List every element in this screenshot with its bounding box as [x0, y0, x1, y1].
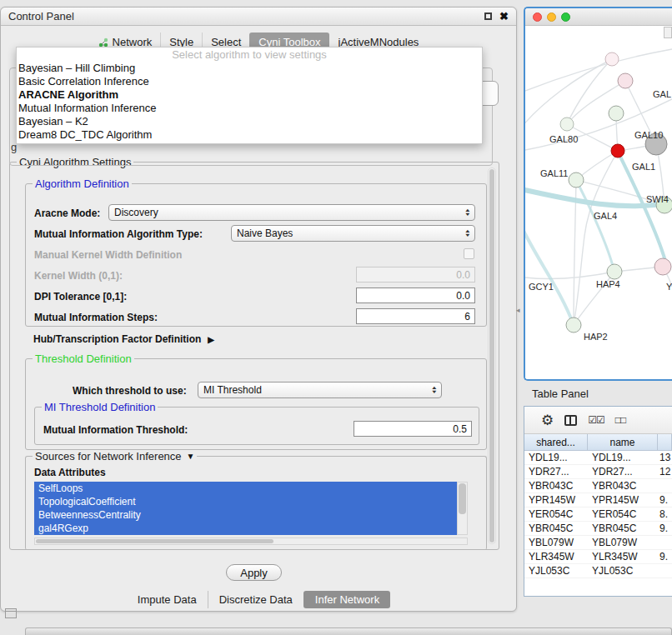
node-label-gal1: GAL1: [632, 162, 655, 172]
algorithm-option[interactable]: Dream8 DC_TDC Algorithm: [17, 128, 482, 142]
apply-button[interactable]: Apply: [226, 564, 282, 581]
tab-impute-data[interactable]: Impute Data: [127, 591, 208, 608]
control-panel-titlebar[interactable]: Control Panel ✖: [1, 8, 516, 26]
node-label-swi4: SWI4: [646, 194, 669, 204]
data-attributes-label: Data Attributes: [34, 467, 106, 478]
network-node-hap2[interactable]: [566, 318, 581, 332]
collapsed-arrow-icon: ▶: [208, 335, 214, 344]
column-header-shared[interactable]: shared...: [524, 434, 588, 450]
which-threshold-select[interactable]: MI Threshold ▲▼: [198, 382, 442, 398]
splitter-collapse-icon[interactable]: ◂: [516, 306, 520, 314]
manual-kernel-checkbox[interactable]: [464, 248, 474, 259]
mi-type-select[interactable]: Naive Bayes ▲▼: [231, 225, 475, 242]
bottom-panel-edge[interactable]: [25, 628, 672, 635]
table-row[interactable]: YJL053C YJL053C: [524, 564, 672, 578]
network-view-window: GAL GAL80 GAL10 GAL11 GAL1 SWI4 GAL4 GCY…: [524, 7, 672, 381]
table-header-row: shared... name: [524, 434, 672, 451]
table-row[interactable]: YDL19... YDL19... 13: [524, 451, 672, 465]
columns-icon[interactable]: [564, 415, 577, 426]
network-node[interactable]: [605, 52, 619, 66]
node-label: GAL: [653, 89, 671, 99]
data-attribute-item[interactable]: TopologicalCoefficient: [34, 495, 457, 508]
dpi-tolerance-field[interactable]: 0.0: [356, 288, 475, 303]
settings-scrollbar[interactable]: [488, 168, 496, 544]
algorithm-definition-group: Algorithm Definition Aracne Mode: Discov…: [25, 183, 487, 327]
network-graph[interactable]: GAL GAL80 GAL10 GAL11 GAL1 SWI4 GAL4 GCY…: [525, 26, 672, 379]
algorithm-option[interactable]: ARACNE Algorithm: [17, 88, 482, 102]
node-label-gal80: GAL80: [549, 134, 578, 144]
network-node[interactable]: [607, 264, 622, 279]
table-row[interactable]: YPR145W YPR145W 9.: [524, 493, 672, 508]
data-attribute-item[interactable]: gal4RGexp: [34, 522, 457, 535]
float-window-icon[interactable]: [484, 12, 492, 20]
network-node[interactable]: [618, 73, 633, 88]
hub-definition-toggle[interactable]: Hub/Transcription Factor Definition ▶: [33, 333, 214, 345]
gear-icon[interactable]: ⚙: [541, 413, 554, 428]
network-node[interactable]: [654, 258, 671, 275]
network-tab-icon: [98, 38, 108, 48]
data-attribute-item[interactable]: BetweennessCentrality: [34, 508, 457, 522]
table-panel-window: ⚙ ☑☑ □□ shared... name YDL19... YDL19...…: [524, 406, 672, 597]
collapsed-panel-icon[interactable]: [5, 608, 17, 618]
data-attribute-item[interactable]: SelfLoops: [34, 482, 457, 495]
network-canvas[interactable]: GAL GAL80 GAL10 GAL11 GAL1 SWI4 GAL4 GCY…: [525, 26, 672, 379]
tab-discretize-data[interactable]: Discretize Data: [208, 591, 303, 608]
canvas-scrollbar-corner[interactable]: [664, 27, 672, 38]
algorithm-option[interactable]: Mutual Information Inference: [17, 102, 482, 115]
tab-infer-network[interactable]: Infer Network: [303, 591, 390, 608]
attribute-list-hscrollbar[interactable]: [34, 538, 468, 545]
algorithm-definition-title: Algorithm Definition: [33, 178, 132, 190]
select-all-checkboxes-icon[interactable]: ☑☑: [588, 414, 604, 426]
table-toolbar: ⚙ ☑☑ □□: [524, 407, 672, 434]
algorithm-option[interactable]: Basic Correlation Inference: [17, 75, 482, 88]
mi-threshold-field[interactable]: 0.5: [354, 421, 472, 437]
mi-steps-field[interactable]: 6: [356, 308, 475, 324]
deselect-all-checkboxes-icon[interactable]: □□: [615, 414, 626, 426]
mi-steps-label: Mutual Information Steps:: [34, 312, 158, 323]
mi-threshold-group-title: MI Threshold Definition: [42, 401, 158, 413]
table-body: YDL19... YDL19... 13 YDR27... YDR27... 1…: [524, 451, 672, 578]
network-node-gal10[interactable]: [611, 144, 624, 158]
table-row[interactable]: YBR043C YBR043C: [524, 479, 672, 493]
zoom-traffic-light[interactable]: [561, 12, 570, 22]
table-panel-title: Table Panel: [532, 388, 589, 400]
mi-threshold-group: MI Threshold Definition Mutual Informati…: [34, 407, 479, 445]
node-label-hap4: HAP4: [596, 279, 620, 289]
threshold-definition-group: Threshold Definition Which threshold to …: [25, 358, 487, 450]
aracne-mode-label: Aracne Mode:: [34, 208, 100, 219]
dropdown-placeholder: Select algorithm to view settings: [17, 48, 482, 62]
close-traffic-light[interactable]: [533, 12, 542, 22]
algorithm-option[interactable]: Bayesian – K2: [17, 115, 482, 128]
table-row[interactable]: YBL079W YBL079W: [524, 536, 672, 550]
attribute-list-vscrollbar[interactable]: [457, 482, 468, 535]
combo-arrows-icon: ▲▼: [465, 229, 469, 238]
table-row[interactable]: YDR27... YDR27... 12: [524, 465, 672, 479]
mi-threshold-label: Mutual Information Threshold:: [43, 424, 188, 436]
sources-group: Sources for Network Inference ▼ Data Att…: [25, 456, 487, 550]
algorithm-option[interactable]: Bayesian – Hill Climbing: [17, 62, 482, 75]
node-label-gal4: GAL4: [594, 211, 617, 221]
network-node[interactable]: [560, 118, 574, 131]
column-header-partial[interactable]: [658, 434, 672, 450]
network-window-titlebar[interactable]: [525, 8, 672, 26]
aracne-mode-select[interactable]: Discovery ▲▼: [108, 204, 475, 221]
table-row[interactable]: YLR345W YLR345W 9.: [524, 550, 672, 564]
node-label-gal11: GAL11: [540, 168, 568, 178]
table-row[interactable]: YBR045C YBR045C 9.: [524, 522, 672, 536]
threshold-definition-title: Threshold Definition: [33, 352, 134, 365]
minimize-traffic-light[interactable]: [547, 12, 556, 22]
kernel-width-label: Kernel Width (0,1):: [34, 270, 123, 282]
node-label-gal10: GAL10: [634, 130, 663, 140]
column-header-name[interactable]: name: [588, 434, 658, 450]
kernel-width-field[interactable]: 0.0: [356, 267, 475, 282]
desktop: Control Panel ✖ Network Style Select Cyn…: [0, 0, 672, 635]
network-node[interactable]: [609, 106, 624, 121]
table-row[interactable]: YER054C YER054C 8.: [524, 508, 672, 522]
close-icon[interactable]: ✖: [499, 11, 509, 22]
manual-kernel-label: Manual Kernel Width Definition: [34, 249, 182, 261]
network-node[interactable]: [569, 172, 584, 188]
data-attributes-list: SelfLoopsTopologicalCoefficientBetweenne…: [34, 482, 457, 535]
sources-title-row[interactable]: Sources for Network Inference ▼: [33, 450, 197, 462]
node-label-hap2: HAP2: [584, 332, 608, 342]
combo-arrows-icon: ▲▼: [432, 386, 436, 395]
